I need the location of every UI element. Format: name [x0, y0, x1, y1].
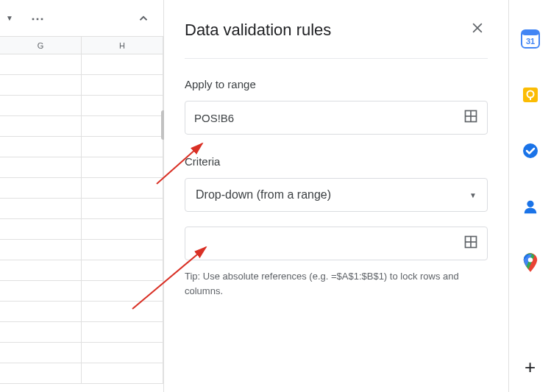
table-row[interactable]	[0, 178, 163, 199]
svg-point-16	[527, 257, 532, 262]
panel-title: Data validation rules	[185, 21, 331, 40]
source-range-input[interactable]	[194, 238, 463, 250]
criteria-selected-text: Drop-down (from a range)	[196, 188, 331, 202]
spreadsheet-area: ▼ ⋯ G H	[0, 0, 164, 392]
svg-rect-9	[522, 30, 539, 35]
table-row[interactable]	[0, 75, 163, 96]
range-input[interactable]	[194, 112, 463, 124]
svg-point-14	[523, 143, 538, 158]
grid-rows	[0, 54, 163, 392]
chevron-down-icon: ▼	[469, 191, 477, 199]
chevron-up-icon[interactable]	[137, 12, 150, 28]
col-header-h[interactable]: H	[82, 37, 163, 54]
table-row[interactable]	[0, 240, 163, 260]
maps-icon[interactable]	[521, 253, 540, 272]
table-row[interactable]	[0, 54, 163, 75]
table-row[interactable]	[0, 157, 163, 178]
table-row[interactable]	[0, 343, 163, 363]
table-row[interactable]	[0, 199, 163, 219]
tip-text: Tip: Use absolute references (e.g. =$A$1…	[185, 269, 488, 298]
table-row[interactable]	[0, 363, 163, 384]
contacts-icon[interactable]	[521, 197, 540, 216]
col-header-g[interactable]: G	[0, 37, 82, 54]
close-button[interactable]	[467, 18, 488, 42]
tasks-icon[interactable]	[521, 141, 540, 160]
select-range-icon[interactable]	[463, 235, 478, 252]
add-addon-button[interactable]: +	[525, 356, 536, 379]
table-row[interactable]	[0, 260, 163, 281]
criteria-select[interactable]: Drop-down (from a range) ▼	[185, 178, 488, 212]
svg-text:31: 31	[525, 37, 534, 46]
side-panel-bar: 31 +	[508, 0, 551, 392]
range-input-row[interactable]	[185, 101, 488, 135]
apply-to-range-label: Apply to range	[185, 78, 488, 90]
more-options-icon[interactable]: ⋯	[31, 10, 46, 26]
toolbar-strip: ▼ ⋯	[0, 0, 163, 37]
calendar-icon[interactable]: 31	[521, 29, 540, 49]
table-row[interactable]	[0, 281, 163, 302]
table-row[interactable]	[0, 137, 163, 157]
source-range-input-row[interactable]	[185, 227, 488, 260]
keep-icon[interactable]	[521, 85, 540, 104]
table-row[interactable]	[0, 302, 163, 322]
dropdown-caret-icon[interactable]: ▼	[3, 14, 16, 22]
column-headers: G H	[0, 37, 163, 54]
table-row[interactable]	[0, 219, 163, 240]
table-row[interactable]	[0, 96, 163, 116]
table-row[interactable]	[0, 116, 163, 137]
panel-header: Data validation rules	[185, 18, 488, 59]
select-range-icon[interactable]	[463, 109, 478, 126]
svg-point-15	[527, 201, 533, 207]
table-row[interactable]	[0, 322, 163, 343]
criteria-label: Criteria	[185, 155, 488, 168]
data-validation-panel: Data validation rules Apply to range Cri…	[164, 0, 508, 392]
